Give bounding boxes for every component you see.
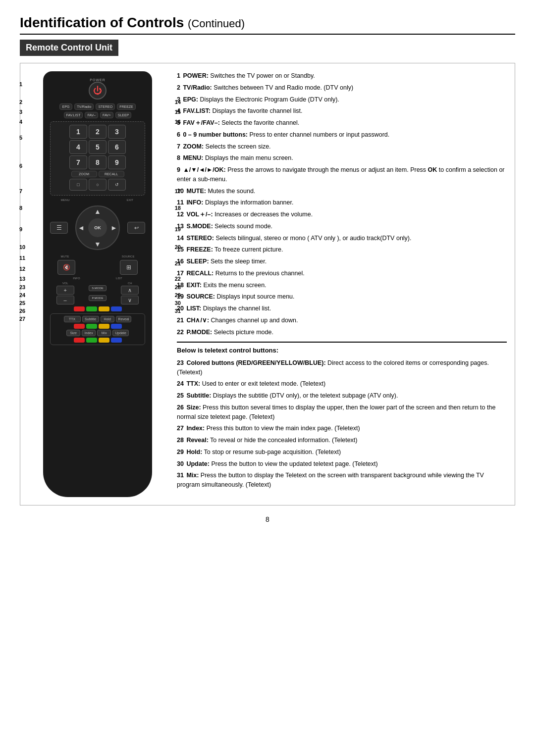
num-1[interactable]: 1 bbox=[69, 125, 87, 139]
tvradio-button[interactable]: TV/Radio bbox=[74, 103, 94, 110]
item-bold: SOURCE: bbox=[186, 293, 215, 300]
item-num: 15 bbox=[177, 246, 184, 253]
item-num: 29 bbox=[177, 449, 184, 455]
shape-buttons-row: □ ○ ↺ bbox=[54, 179, 142, 191]
menu-button[interactable]: ☰ bbox=[50, 222, 68, 234]
recall-circle-button[interactable]: ↺ bbox=[108, 179, 126, 191]
size-button[interactable]: Size bbox=[66, 330, 80, 336]
teletext-desc-section: Below is teletext control buttons: 23 Co… bbox=[177, 342, 507, 490]
num-2[interactable]: 2 bbox=[89, 125, 107, 139]
item-num: 2 bbox=[177, 84, 180, 91]
vol-plus-button[interactable]: + bbox=[56, 286, 74, 295]
desc-item-25: 25 Subtitle: Displays the subtitle (DTV … bbox=[177, 391, 507, 401]
color-buttons-row2 bbox=[53, 324, 143, 329]
item-bold: 0 – 9 number buttons: bbox=[183, 131, 248, 138]
ttx-button[interactable]: TTX bbox=[64, 316, 81, 322]
reveal-button[interactable]: Reveal bbox=[116, 316, 132, 322]
ok-button[interactable]: OK bbox=[88, 218, 107, 237]
item-num: 3 bbox=[177, 96, 180, 103]
hold-button[interactable]: Hold bbox=[101, 316, 114, 322]
color-buttons-row bbox=[50, 306, 145, 311]
desc-item-31: 31 Mix: Press the button to display the … bbox=[177, 471, 507, 490]
item-bold: RECALL: bbox=[186, 270, 214, 277]
row-epg: EPG TV/Radio STEREO FREEZE bbox=[50, 103, 145, 110]
recall-button[interactable]: RECALL bbox=[99, 171, 124, 177]
item-bold: EPG: bbox=[183, 96, 198, 103]
item-num: 21 bbox=[177, 317, 184, 324]
blue-button-2[interactable] bbox=[111, 324, 122, 329]
desc-item-16: 16 SLEEP: Sets the sleep timer. bbox=[177, 257, 507, 266]
circle-button[interactable]: ○ bbox=[89, 179, 107, 191]
subtitle-button[interactable]: Subtitle bbox=[82, 316, 99, 322]
red-button-3[interactable] bbox=[74, 338, 85, 343]
smode-button[interactable]: S.MODE bbox=[89, 285, 107, 291]
update-button[interactable]: Update bbox=[112, 330, 129, 336]
vol-minus-button[interactable]: – bbox=[56, 296, 74, 304]
power-label: POWER bbox=[50, 78, 145, 82]
nav-right-arrow[interactable]: ► bbox=[108, 222, 120, 234]
desc-item-26: 26 Size: Press this button several times… bbox=[177, 403, 507, 422]
freeze-button[interactable]: FREEZE bbox=[117, 103, 136, 110]
item-num: 18 bbox=[177, 282, 184, 289]
desc-item-29: 29 Hold: To stop or resume sub-page acqu… bbox=[177, 448, 507, 457]
mix-button[interactable]: Mix bbox=[97, 330, 111, 336]
index-button[interactable]: Index bbox=[82, 330, 96, 336]
zoom-recall-row: ZOOM RECALL bbox=[54, 171, 142, 177]
menu-exit-buttons-row: ☰ ▲ ▼ ◄ ► OK ↩ bbox=[50, 202, 145, 253]
mute-button[interactable]: 🔇 bbox=[57, 260, 75, 275]
page-number: 8 bbox=[20, 515, 515, 523]
main-content: 1 2 3 4 5 6 7 8 9 10 11 12 13 23 24 25 2… bbox=[20, 63, 515, 505]
red-button[interactable] bbox=[74, 306, 85, 311]
desc-item-9: 9 ▲/▼/◄/►/OK: Press the arrows to naviga… bbox=[177, 165, 507, 184]
num-8[interactable]: 8 bbox=[89, 155, 107, 169]
item-bold: FREEZE: bbox=[186, 246, 213, 253]
item-num: 23 bbox=[177, 359, 184, 366]
nav-down-arrow[interactable]: ▼ bbox=[92, 238, 104, 250]
nav-pad: ▲ ▼ ◄ ► OK bbox=[75, 205, 120, 250]
desc-item-12: 12 VOL＋/–: Increases or decreases the vo… bbox=[177, 210, 507, 219]
item-bold: INFO: bbox=[186, 199, 203, 206]
desc-item-20: 20 LIST: Displays the channel list. bbox=[177, 304, 507, 313]
num-5[interactable]: 5 bbox=[89, 140, 107, 154]
square-button[interactable]: □ bbox=[69, 179, 87, 191]
nav-left-arrow[interactable]: ◄ bbox=[75, 222, 87, 234]
item-bold: TTX: bbox=[186, 380, 200, 387]
num-6[interactable]: 6 bbox=[108, 140, 126, 154]
fav-minus-button[interactable]: FAV– bbox=[85, 112, 98, 118]
ch-up-button[interactable]: ∧ bbox=[121, 286, 139, 295]
zoom-button[interactable]: ZOOM bbox=[71, 171, 97, 177]
num-3[interactable]: 3 bbox=[108, 125, 126, 139]
green-button[interactable] bbox=[86, 306, 97, 311]
epg-button[interactable]: EPG bbox=[59, 103, 72, 110]
nav-up-arrow[interactable]: ▲ bbox=[92, 205, 104, 217]
item-num: 27 bbox=[177, 425, 184, 432]
blue-button-3[interactable] bbox=[111, 338, 122, 343]
yellow-button[interactable] bbox=[99, 306, 109, 311]
power-button[interactable]: ⏻ bbox=[89, 82, 107, 100]
favlist-button[interactable]: FAV.LIST bbox=[64, 112, 83, 118]
exit-button[interactable]: ↩ bbox=[127, 222, 145, 234]
num-4[interactable]: 4 bbox=[69, 140, 87, 154]
ch-column: CH ∧ ∨ bbox=[121, 282, 139, 304]
item-num: 13 bbox=[177, 223, 184, 230]
yellow-button-3[interactable] bbox=[99, 338, 109, 343]
source-button[interactable]: ⊞ bbox=[120, 260, 138, 275]
continued-label: (Continued) bbox=[188, 17, 245, 30]
row-fav: FAV.LIST FAV– FAV+ SLEEP bbox=[50, 112, 145, 118]
num-7[interactable]: 7 bbox=[69, 155, 87, 169]
green-button-2[interactable] bbox=[86, 324, 97, 329]
red-button-2[interactable] bbox=[74, 324, 85, 329]
desc-item-3: 3 EPG: Displays the Electronic Program G… bbox=[177, 95, 507, 104]
fav-plus-button[interactable]: FAV+ bbox=[100, 112, 113, 118]
green-button-3[interactable] bbox=[86, 338, 97, 343]
item-bold: ▲/▼/◄/►/OK: bbox=[183, 166, 225, 173]
sleep-button[interactable]: SLEEP bbox=[115, 112, 132, 118]
desc-item-4: 4 FAV.LIST: Displays the favorite channe… bbox=[177, 106, 507, 116]
stereo-button[interactable]: STEREO bbox=[96, 103, 115, 110]
pmode-button[interactable]: P.MODE bbox=[89, 295, 107, 301]
blue-button[interactable] bbox=[111, 306, 122, 311]
remote-wrap: 1 2 3 4 5 6 7 8 9 10 11 12 13 23 24 25 2… bbox=[28, 71, 167, 497]
ch-down-button[interactable]: ∨ bbox=[121, 296, 139, 304]
yellow-button-2[interactable] bbox=[99, 324, 109, 329]
num-9[interactable]: 9 bbox=[108, 155, 126, 169]
